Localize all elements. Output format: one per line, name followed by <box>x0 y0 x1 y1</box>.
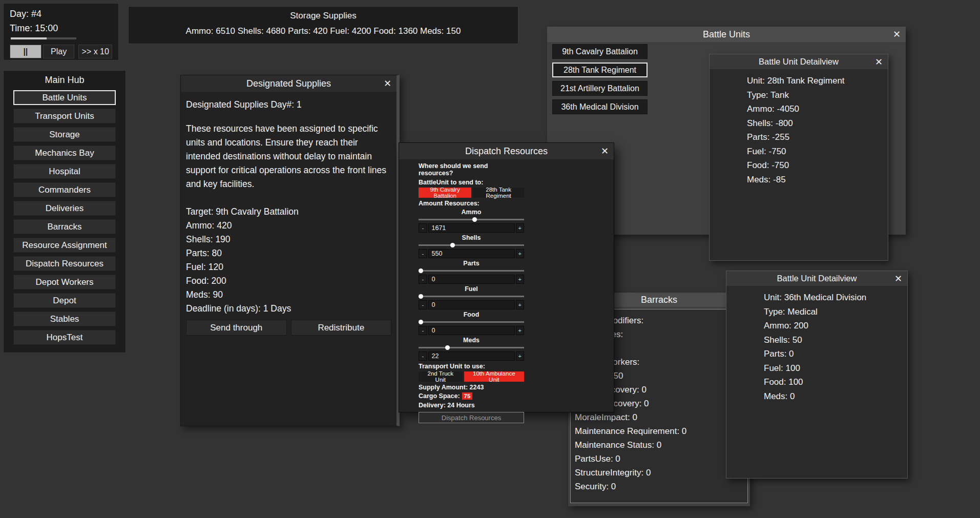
slider-thumb[interactable] <box>472 217 477 222</box>
sidebar-item-resource-assignment[interactable]: Resource Assignment <box>13 238 116 253</box>
slider-thumb[interactable] <box>419 320 423 324</box>
cargo-space-label: Cargo Space: <box>419 392 460 400</box>
slider-thumb[interactable] <box>419 268 423 273</box>
meds-amount-input[interactable] <box>428 351 515 361</box>
meds-slider[interactable] <box>419 345 524 350</box>
fuel-increment-button[interactable]: + <box>516 300 525 309</box>
resource-group-meds: Meds - + <box>419 337 524 361</box>
detail-shells-line: Shells: -800 <box>747 116 888 131</box>
battle-unit-9th-cavalry-button[interactable]: 9th Cavalry Battalion <box>552 44 648 59</box>
designated-parts-line: Parts: 80 <box>186 246 391 260</box>
parts-label: Parts <box>419 260 524 267</box>
resource-group-parts: Parts - + <box>419 260 524 284</box>
sidebar-item-stables[interactable]: Stables <box>13 312 116 326</box>
play-button[interactable]: Play <box>43 45 75 58</box>
parts-slider[interactable] <box>419 268 524 274</box>
ammo-slider[interactable] <box>419 217 524 222</box>
close-icon[interactable]: ✕ <box>893 30 901 39</box>
sidebar-item-transport-units[interactable]: Transport Units <box>13 109 116 123</box>
detail-unit-line: Unit: 36th Medical Division <box>764 291 907 305</box>
sidebar-item-depot-workers[interactable]: Depot Workers <box>13 275 116 289</box>
designated-ammo-line: Ammo: 420 <box>186 219 391 233</box>
sidebar-item-commanders[interactable]: Commanders <box>13 182 116 197</box>
day-progress-fill <box>11 37 47 39</box>
fuel-decrement-button[interactable]: - <box>419 300 427 309</box>
close-icon[interactable]: ✕ <box>601 147 609 156</box>
food-amount-input[interactable] <box>428 326 515 335</box>
slider-thumb[interactable] <box>419 294 423 299</box>
target-unit-28th-tank-chip[interactable]: 28th Tank Regiment <box>473 188 524 198</box>
detailview-header: Battle Unit Detailview ✕ <box>710 54 888 69</box>
ammo-increment-button[interactable]: + <box>516 223 525 233</box>
fuel-amount-input[interactable] <box>428 300 515 309</box>
sidebar-item-mechanics-bay[interactable]: Mechanics Bay <box>13 146 116 160</box>
barracks-line: Security: 0 <box>575 480 747 493</box>
battle-units-list: 9th Cavalry Battalion 28th Tank Regiment… <box>552 44 648 114</box>
slider-thumb[interactable] <box>445 345 450 350</box>
designated-target-line: Target: 9th Cavalry Battalion <box>186 205 391 219</box>
storage-supplies-panel: Storage Supplies Ammo: 6510 Shells: 4680… <box>128 6 518 44</box>
ammo-decrement-button[interactable]: - <box>419 223 427 233</box>
fast-forward-button[interactable]: >> x 10 <box>78 45 112 58</box>
sidebar-item-depot[interactable]: Depot <box>13 293 116 308</box>
target-unit-9th-cavalry-chip[interactable]: 9th Cavalry Battalion <box>419 188 471 198</box>
close-icon[interactable]: ✕ <box>875 57 883 67</box>
transport-chip-row: 2nd Truck Unit 10th Ambulance Unit <box>419 371 524 382</box>
barracks-line: PartsUse: 0 <box>575 452 747 466</box>
main-hub-title: Main Hub <box>4 75 126 86</box>
sidebar-item-battle-units[interactable]: Battle Units <box>13 90 116 105</box>
shells-increment-button[interactable]: + <box>516 249 525 258</box>
detailview-lines: Unit: 28th Tank Regiment Type: Tank Ammo… <box>710 69 888 187</box>
battle-units-title: Battle Units <box>703 29 750 40</box>
slider-thumb[interactable] <box>450 243 455 247</box>
parts-amount-input[interactable] <box>428 275 515 284</box>
close-icon[interactable]: ✕ <box>894 274 902 283</box>
food-label: Food <box>419 311 524 319</box>
ammo-amount-input[interactable] <box>428 223 515 233</box>
transport-10th-ambulance-chip[interactable]: 10th Ambulance Unit <box>464 371 524 382</box>
shells-stepper: - + <box>419 249 524 258</box>
food-increment-button[interactable]: + <box>516 326 525 335</box>
parts-increment-button[interactable]: + <box>516 275 525 284</box>
transport-2nd-truck-chip[interactable]: 2nd Truck Unit <box>419 371 463 382</box>
battle-unit-21st-artillery-button[interactable]: 21st Artillery Battalion <box>552 81 648 96</box>
meds-decrement-button[interactable]: - <box>419 351 427 361</box>
amount-resources-label: Amount Resources: <box>419 200 524 207</box>
redistribute-button[interactable]: Redistribute <box>291 320 392 336</box>
shells-amount-input[interactable] <box>428 249 515 258</box>
dispatch-question: Where should we send resources? <box>419 162 524 177</box>
storage-supplies-summary: Ammo: 6510 Shells: 4680 Parts: 420 Fuel:… <box>129 26 518 36</box>
shells-slider[interactable] <box>419 242 524 248</box>
fuel-slider[interactable] <box>419 294 524 299</box>
food-decrement-button[interactable]: - <box>419 326 427 335</box>
meds-increment-button[interactable]: + <box>516 351 525 361</box>
sidebar-item-storage[interactable]: Storage <box>13 127 116 142</box>
battle-unit-36th-medical-button[interactable]: 36th Medical Division <box>552 99 648 114</box>
shells-decrement-button[interactable]: - <box>419 249 427 258</box>
parts-decrement-button[interactable]: - <box>419 275 427 284</box>
detail-type-line: Type: Medical <box>764 305 907 319</box>
time-panel: Day: #4 Time: 15:00 || Play >> x 10 <box>3 3 119 60</box>
designated-supplies-title: Designated Supplies <box>246 78 331 89</box>
sidebar-item-dispatch-resources[interactable]: Dispatch Resources <box>13 256 116 271</box>
detail-fuel-line: Fuel: -750 <box>747 144 888 159</box>
send-through-button[interactable]: Send through <box>186 320 287 336</box>
battle-unit-28th-tank-button[interactable]: 28th Tank Regiment <box>552 63 648 77</box>
food-slider[interactable] <box>419 319 524 325</box>
dispatch-resources-button[interactable]: Dispatch Resources <box>419 412 524 423</box>
dispatch-title: Dispatch Resources <box>465 146 548 157</box>
cargo-space-value: 75 <box>462 392 473 400</box>
dispatch-header: Dispatch Resources ✕ <box>399 143 614 159</box>
sidebar-item-barracks[interactable]: Barracks <box>13 219 116 234</box>
pause-button[interactable]: || <box>10 45 41 58</box>
designated-supplies-body: Designated Supplies Day#: 1 These resour… <box>181 92 397 336</box>
barracks-line: Maintenance Requirement: 0 <box>575 424 747 438</box>
sidebar-item-hopstest[interactable]: HopsTest <box>13 330 116 345</box>
detail-ammo-line: Ammo: 200 <box>764 319 907 333</box>
detail-fuel-line: Fuel: 100 <box>764 361 907 376</box>
battle-units-header: Battle Units ✕ <box>547 27 906 42</box>
sidebar-item-hospital[interactable]: Hospital <box>13 164 116 179</box>
sidebar-item-deliveries[interactable]: Deliveries <box>13 201 116 216</box>
close-icon[interactable]: ✕ <box>384 79 391 88</box>
detail-food-line: Food: -750 <box>747 158 888 173</box>
